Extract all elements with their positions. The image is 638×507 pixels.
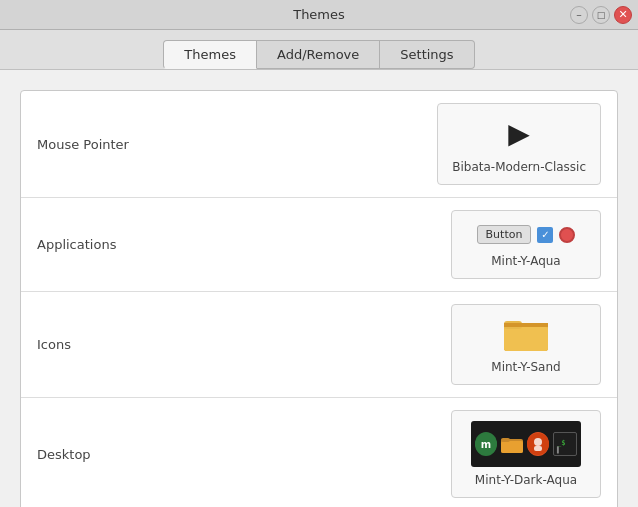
icons-card[interactable]: Mint-Y-Sand: [451, 304, 601, 385]
svg-rect-12: [534, 446, 542, 451]
mouse-pointer-label: Mouse Pointer: [37, 137, 157, 152]
svg-text:m: m: [481, 439, 491, 450]
icons-row: Icons Mint-Y: [21, 292, 617, 398]
close-button[interactable]: ✕: [614, 6, 632, 24]
mouse-pointer-theme-name: Bibata-Modern-Classic: [452, 160, 586, 174]
svg-rect-2: [504, 327, 548, 351]
desktop-terminal-svg: _$ ▌: [554, 433, 576, 455]
applications-card[interactable]: Button ✓ Mint-Y-Aqua: [451, 210, 601, 279]
tab-bar: Themes Add/Remove Settings: [0, 30, 638, 70]
maximize-button[interactable]: □: [592, 6, 610, 24]
applications-label: Applications: [37, 237, 157, 252]
mouse-pointer-visual: ▶: [489, 114, 549, 154]
main-content: Mouse Pointer ▶ Bibata-Modern-Classic Ap…: [0, 70, 638, 507]
svg-rect-9: [501, 438, 510, 442]
mouse-pointer-card[interactable]: ▶ Bibata-Modern-Classic: [437, 103, 601, 185]
applications-preview-area: Button ✓ Mint-Y-Aqua: [157, 210, 601, 279]
icons-label: Icons: [37, 337, 157, 352]
desktop-label: Desktop: [37, 447, 157, 462]
desktop-visual: m: [471, 421, 581, 467]
window-controls: – □ ✕: [570, 6, 632, 24]
icons-preview-area: Mint-Y-Sand: [157, 304, 601, 385]
desktop-row: Desktop m: [21, 398, 617, 507]
tab-settings[interactable]: Settings: [380, 40, 474, 69]
applications-visual: Button ✓: [471, 221, 582, 248]
application-window: Themes – □ ✕ Themes Add/Remove Settings …: [0, 0, 638, 507]
applications-row: Applications Button ✓ Mint-Y-Aqua: [21, 198, 617, 292]
mint-svg: m: [475, 433, 497, 455]
window-title: Themes: [293, 7, 345, 22]
minimize-button[interactable]: –: [570, 6, 588, 24]
desktop-folder-svg: [501, 435, 523, 453]
sample-radio: [559, 227, 575, 243]
tab-add-remove[interactable]: Add/Remove: [257, 40, 380, 69]
desktop-card[interactable]: m: [451, 410, 601, 498]
desktop-app-svg: [527, 433, 549, 455]
desktop-theme-name: Mint-Y-Dark-Aqua: [475, 473, 577, 487]
titlebar: Themes – □ ✕: [0, 0, 638, 30]
tab-themes[interactable]: Themes: [163, 40, 257, 69]
icons-theme-name: Mint-Y-Sand: [491, 360, 560, 374]
desktop-terminal-icon: _$ ▌: [553, 432, 577, 456]
folder-svg: [504, 315, 548, 351]
sample-checkbox: ✓: [537, 227, 553, 243]
svg-text:▌: ▌: [556, 446, 561, 454]
svg-rect-8: [501, 441, 523, 453]
mint-logo-icon: m: [475, 432, 497, 456]
svg-point-11: [534, 438, 542, 446]
mouse-pointer-preview-area: ▶ Bibata-Modern-Classic: [157, 103, 601, 185]
sample-button: Button: [477, 225, 532, 244]
desktop-folder-icon: [501, 432, 523, 456]
applications-theme-name: Mint-Y-Aqua: [491, 254, 560, 268]
svg-rect-4: [504, 323, 548, 327]
settings-table: Mouse Pointer ▶ Bibata-Modern-Classic Ap…: [20, 90, 618, 507]
folder-icon: [504, 315, 548, 354]
desktop-preview-area: m: [157, 410, 601, 498]
cursor-arrow-icon: ▶: [508, 120, 530, 148]
desktop-app-icon: [527, 432, 549, 456]
mouse-pointer-row: Mouse Pointer ▶ Bibata-Modern-Classic: [21, 91, 617, 198]
